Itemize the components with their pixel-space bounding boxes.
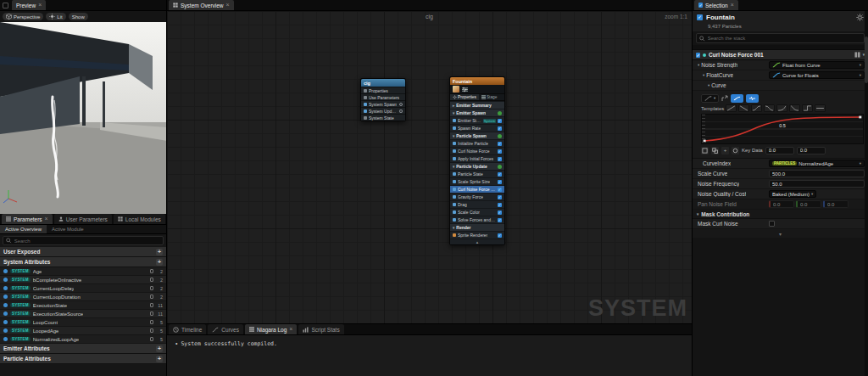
tab-local-modules[interactable]: Local Modules xyxy=(114,214,165,224)
floatcurve-dropdown[interactable]: Curve for Floats ▾ xyxy=(769,71,865,79)
module-enabled-checkbox[interactable] xyxy=(498,172,502,177)
template-ease-in-out-up[interactable] xyxy=(751,104,762,112)
expander-icon[interactable]: ▾ xyxy=(708,83,709,87)
module-enabled-checkbox[interactable] xyxy=(498,126,502,131)
node-row-system-spawn[interactable]: System Spawn xyxy=(361,100,405,107)
expander-icon[interactable]: ▾ xyxy=(698,63,699,67)
perspective-button[interactable]: Perspective xyxy=(3,13,43,20)
node-row-system-state[interactable]: System State xyxy=(361,114,405,121)
parameters-search-input[interactable] xyxy=(14,239,160,244)
curve-graph[interactable]: 0.5 xyxy=(701,114,864,144)
module-enabled-checkbox[interactable] xyxy=(498,233,502,238)
template-step[interactable] xyxy=(802,104,813,112)
stack-section-particle-update[interactable]: ▾Particle Update xyxy=(450,162,504,170)
graph-canvas[interactable]: cig zoom 1:1 cig Properties Use Paramete… xyxy=(167,11,692,323)
section-mask-contribution[interactable]: ▾ Mask Contribution xyxy=(693,210,868,219)
stack-module-scale-color[interactable]: Scale Color xyxy=(450,208,504,216)
subtab-active-module[interactable]: Active Module xyxy=(47,225,89,233)
node-header[interactable]: cig xyxy=(361,79,405,87)
tab-timeline[interactable]: Timeline xyxy=(169,324,206,334)
emitter-enabled-checkbox[interactable] xyxy=(697,14,703,20)
module-enabled-checkbox[interactable] xyxy=(498,142,502,146)
emitter-node-fountain[interactable]: Fountain Properties Stage ▸Emitter Summa xyxy=(449,76,505,245)
scale-curve-input[interactable] xyxy=(769,170,865,177)
stack-module-curl-noise-force-001[interactable]: Curl Noise Force 001 xyxy=(450,185,504,193)
curve-tool-button-b[interactable] xyxy=(746,94,759,103)
node-row-system-update[interactable]: System Update xyxy=(361,107,405,114)
module-enabled-checkbox[interactable] xyxy=(498,157,502,161)
stack-module-emitter-state[interactable]: Emitter StateSystem xyxy=(450,116,504,124)
stage-port-icon[interactable] xyxy=(399,109,403,113)
curve-tool-button-a[interactable] xyxy=(731,94,743,103)
scrollbar[interactable] xyxy=(865,11,868,376)
tab-selection[interactable]: Selection × xyxy=(694,0,738,10)
attribute-row[interactable]: SYSTEMLoopedAge5 xyxy=(0,327,166,335)
attribute-row[interactable]: SYSTEMbCompleteOnInactive2 xyxy=(0,276,166,284)
section-system-attributes[interactable]: System Attributes + xyxy=(0,257,166,267)
module-enabled-checkbox[interactable] xyxy=(696,53,700,58)
attribute-row[interactable]: SYSTEMCurrentLoopDelay2 xyxy=(0,284,166,293)
stack-module-scale-sprite-size[interactable]: Scale Sprite Size xyxy=(450,177,504,185)
tab-curves[interactable]: Curves xyxy=(208,324,243,334)
attribute-row[interactable]: SYSTEMExecutionStateSource11 xyxy=(0,310,166,318)
close-icon[interactable]: × xyxy=(45,216,48,222)
module-header-curl-noise-force-001[interactable]: Curl Noise Force 001 ▾ xyxy=(693,49,868,60)
node-collapse-button[interactable]: ▴ xyxy=(450,239,504,244)
template-ease-in-out-down[interactable] xyxy=(764,104,775,112)
add-parameter-button[interactable]: + xyxy=(156,345,163,352)
stack-module-particle-state[interactable]: Particle State xyxy=(450,170,504,177)
close-icon[interactable]: × xyxy=(731,3,734,8)
stack-module-curl-noise-force[interactable]: Curl Noise Force xyxy=(450,147,504,154)
attribute-row[interactable]: SYSTEMExecutionState11 xyxy=(0,301,166,310)
tab-preview[interactable]: Preview × xyxy=(12,0,46,10)
close-icon[interactable]: × xyxy=(226,3,230,8)
show-button[interactable]: Show xyxy=(69,13,88,20)
columns-icon[interactable] xyxy=(854,52,860,58)
frame-selection-icon[interactable] xyxy=(711,147,719,154)
curve-view-dropdown[interactable]: ▾ xyxy=(701,94,719,103)
pan-noise-y-input[interactable] xyxy=(796,200,821,208)
stack-collapse-button[interactable]: ▾ xyxy=(693,229,868,238)
module-enabled-checkbox[interactable] xyxy=(498,180,502,184)
node-row-properties[interactable]: Properties xyxy=(361,87,405,93)
node-header[interactable]: Fountain xyxy=(450,77,504,85)
noise-frequency-input[interactable] xyxy=(769,180,865,188)
close-icon[interactable]: × xyxy=(38,3,42,8)
module-enabled-checkbox[interactable] xyxy=(498,188,502,192)
stack-module-initialize-particle[interactable]: Initialize Particle xyxy=(450,139,504,147)
gear-icon[interactable] xyxy=(856,14,864,21)
stack-section-emitter-spawn[interactable]: ▾Emitter Spawn xyxy=(450,109,504,116)
add-parameter-button[interactable]: + xyxy=(156,259,163,266)
export-icon[interactable] xyxy=(721,95,728,102)
stack-module-gravity-force[interactable]: Gravity Force xyxy=(450,193,504,200)
subtab-active-overview[interactable]: Active Overview xyxy=(0,225,47,233)
template-flat[interactable] xyxy=(815,104,826,112)
stack-module-drag[interactable]: Drag xyxy=(450,200,504,208)
node-row-use-parameters[interactable]: Use Parameters xyxy=(361,93,405,100)
template-ease-in[interactable] xyxy=(776,104,787,112)
stage-port-icon[interactable] xyxy=(399,103,403,106)
attribute-row[interactable]: SYSTEMCurrentLoopDuration2 xyxy=(0,293,166,301)
template-ramp-up[interactable] xyxy=(726,104,737,112)
module-enabled-checkbox[interactable] xyxy=(498,210,502,215)
add-parameter-button[interactable]: + xyxy=(156,356,163,362)
node-tab-properties[interactable]: Properties xyxy=(450,94,479,100)
key-value-input[interactable] xyxy=(797,147,826,154)
section-particle-attributes[interactable]: Particle Attributes + xyxy=(0,354,166,364)
stack-module-spawn-rate[interactable]: Spawn Rate xyxy=(450,124,504,132)
attribute-row[interactable]: SYSTEMAge2 xyxy=(0,267,166,276)
tab-script-stats[interactable]: Script Stats xyxy=(298,324,343,334)
template-ease-out[interactable] xyxy=(789,104,800,112)
attribute-row[interactable]: SYSTEMLoopCount5 xyxy=(0,318,166,327)
section-emitter-attributes[interactable]: Emitter Attributes + xyxy=(0,344,166,354)
viewport-3d[interactable] xyxy=(0,22,166,214)
add-parameter-button[interactable]: + xyxy=(156,249,163,255)
sliders-icon[interactable] xyxy=(462,87,468,93)
key-time-input[interactable] xyxy=(765,147,794,154)
pan-noise-x-input[interactable] xyxy=(769,200,794,208)
stack-module-sprite-renderer[interactable]: Sprite Renderer xyxy=(450,231,504,239)
stack-section-emitter-summary[interactable]: ▸Emitter Summary xyxy=(450,101,504,109)
tab-parameters[interactable]: Parameters × xyxy=(2,214,53,224)
frame-all-icon[interactable] xyxy=(701,147,709,154)
module-enabled-checkbox[interactable] xyxy=(498,119,502,123)
